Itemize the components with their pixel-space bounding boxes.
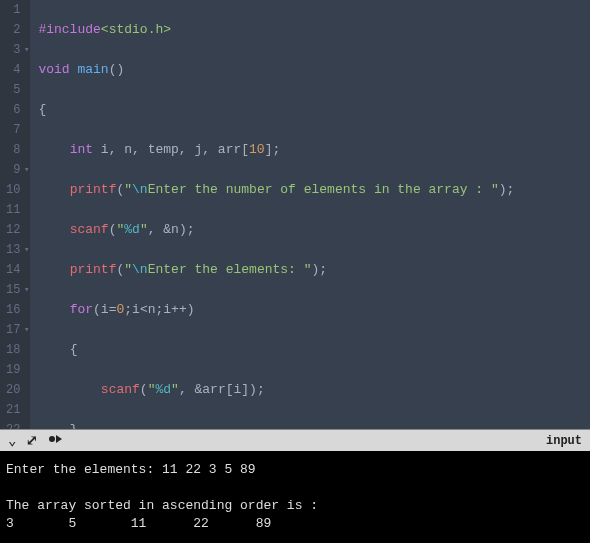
terminal-output[interactable]: Enter the elements: 11 22 3 5 89 The arr… xyxy=(0,451,590,543)
line-number: 19 xyxy=(6,360,20,380)
line-number-gutter: 1 2 3 4 5 6 7 8 9 10 11 12 13 14 15 16 1… xyxy=(0,0,30,429)
code-line: for(i=0;i<n;i++) xyxy=(38,300,590,320)
line-number: 7 xyxy=(6,120,20,140)
line-number[interactable]: 3 xyxy=(6,40,20,60)
line-number: 21 xyxy=(6,400,20,420)
line-number: 4 xyxy=(6,60,20,80)
collapse-icon[interactable]: ⌄ xyxy=(8,432,16,449)
line-number: 14 xyxy=(6,260,20,280)
code-line: int i, n, temp, j, arr[10]; xyxy=(38,140,590,160)
line-number[interactable]: 13 xyxy=(6,240,20,260)
code-line: printf("\nEnter the elements: "); xyxy=(38,260,590,280)
line-number[interactable]: 9 xyxy=(6,160,20,180)
line-number: 6 xyxy=(6,100,20,120)
code-line: { xyxy=(38,340,590,360)
line-number: 12 xyxy=(6,220,20,240)
code-line: scanf("%d", &n); xyxy=(38,220,590,240)
code-line: } xyxy=(38,420,590,429)
line-number: 8 xyxy=(6,140,20,160)
run-icon[interactable] xyxy=(48,432,62,450)
line-number: 16 xyxy=(6,300,20,320)
svg-marker-1 xyxy=(56,435,62,443)
terminal-toolbar: ⌄ ⤢ input xyxy=(0,429,590,451)
code-area[interactable]: #include<stdio.h> void main() { int i, n… xyxy=(30,0,590,429)
code-line: scanf("%d", &arr[i]); xyxy=(38,380,590,400)
code-line: { xyxy=(38,100,590,120)
line-number: 18 xyxy=(6,340,20,360)
line-number: 10 xyxy=(6,180,20,200)
line-number: 20 xyxy=(6,380,20,400)
line-number: 5 xyxy=(6,80,20,100)
code-line: printf("\nEnter the number of elements i… xyxy=(38,180,590,200)
code-line: #include<stdio.h> xyxy=(38,20,590,40)
terminal-mode-label: input xyxy=(546,434,582,448)
code-line: void main() xyxy=(38,60,590,80)
code-editor: 1 2 3 4 5 6 7 8 9 10 11 12 13 14 15 16 1… xyxy=(0,0,590,429)
line-number[interactable]: 17 xyxy=(6,320,20,340)
expand-icon[interactable]: ⤢ xyxy=(26,432,38,449)
line-number: 2 xyxy=(6,20,20,40)
line-number[interactable]: 15 xyxy=(6,280,20,300)
line-number: 22 xyxy=(6,420,20,429)
toolbar-icons: ⌄ ⤢ xyxy=(8,432,62,450)
svg-point-0 xyxy=(49,436,55,442)
line-number: 11 xyxy=(6,200,20,220)
line-number: 1 xyxy=(6,0,20,20)
